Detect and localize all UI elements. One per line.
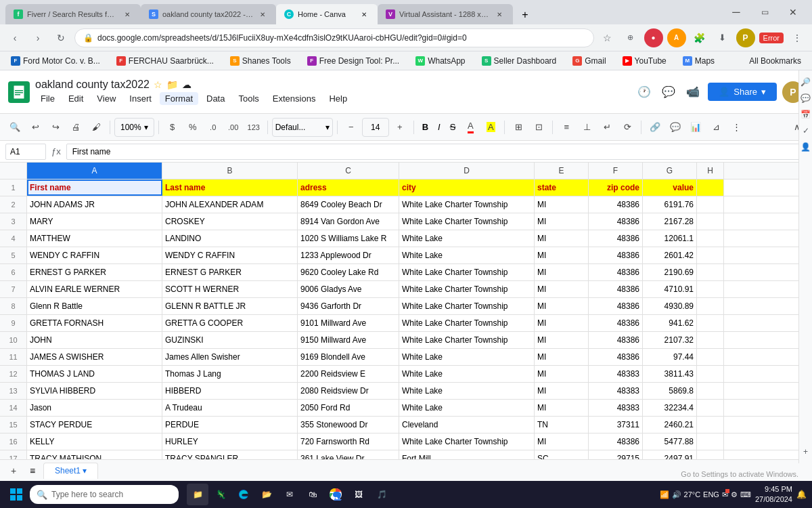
bookmark-shanes[interactable]: S Shanes Tools — [226, 55, 295, 67]
col-header-d[interactable]: D — [399, 163, 535, 179]
cell-h3[interactable] — [697, 213, 724, 230]
sidebar-chat-icon[interactable]: 💬 — [800, 93, 811, 103]
ext-pokeball[interactable]: ● — [644, 28, 663, 47]
sidebar-add-icon[interactable]: + — [803, 447, 808, 463]
cell-a14[interactable]: Jason — [27, 400, 162, 416]
refresh-button[interactable]: ↻ — [51, 28, 70, 47]
cell-b15[interactable]: PERDUE — [162, 417, 298, 433]
cell-c14[interactable]: 2050 Ford Rd — [298, 400, 399, 416]
cell-a3[interactable]: MARY — [27, 213, 162, 230]
cell-g8[interactable]: 4930.89 — [643, 298, 697, 314]
menu-file[interactable]: File — [35, 92, 60, 105]
cell-h1[interactable] — [697, 179, 724, 196]
cell-d9[interactable]: White Lake Charter Township — [399, 315, 535, 331]
cell-g13[interactable]: 5869.8 — [643, 383, 697, 399]
cell-reference-box[interactable]: A1 — [5, 144, 46, 160]
cell-b17[interactable]: TRACY SPANGLER — [162, 450, 298, 459]
start-button[interactable] — [5, 484, 27, 505]
cell-g3[interactable]: 2167.28 — [643, 213, 697, 230]
cell-e6[interactable]: MI — [535, 264, 589, 280]
cell-c2[interactable]: 8649 Cooley Beach Dr — [298, 196, 399, 213]
cell-e3[interactable]: MI — [535, 213, 589, 230]
cell-c3[interactable]: 8914 Van Gordon Ave — [298, 213, 399, 230]
cell-c10[interactable]: 9150 Millward Ave — [298, 332, 399, 348]
star-icon[interactable]: ☆ — [154, 79, 162, 90]
volume-icon[interactable]: 🔊 — [672, 490, 681, 499]
cell-a2[interactable]: JOHN ADAMS JR — [27, 196, 162, 213]
merge-cells-button[interactable]: ⊡ — [529, 118, 548, 137]
tab-close-canva[interactable]: ✕ — [359, 9, 369, 20]
cell-g5[interactable]: 2601.42 — [643, 247, 697, 263]
sheet-menu-button[interactable]: ≡ — [24, 463, 41, 479]
increase-decimal-button[interactable]: .00 — [224, 118, 243, 137]
cell-d8[interactable]: White Lake Charter Township — [399, 298, 535, 314]
settings-tray-icon[interactable]: ⚙ — [731, 490, 738, 499]
bookmark-seller[interactable]: S Seller Dashboard — [478, 55, 561, 67]
address-bar[interactable]: 🔒 docs.google.com/spreadsheets/d/15J6lFu… — [74, 28, 594, 47]
cell-d5[interactable]: White Lake — [399, 247, 535, 263]
cell-h12[interactable] — [697, 366, 724, 382]
cell-d14[interactable]: White Lake — [399, 400, 535, 416]
text-color-button[interactable]: A — [461, 118, 480, 137]
cell-h15[interactable] — [697, 417, 724, 433]
comments-button[interactable]: 💬 — [659, 83, 678, 102]
cell-c1[interactable]: adress — [298, 179, 399, 196]
tab-va[interactable]: V Virtual Assistant - 1288 x 769p ✕ — [378, 4, 513, 24]
close-window-button[interactable]: ✕ — [780, 0, 807, 24]
taskbar-edge[interactable] — [233, 484, 254, 505]
cell-f5[interactable]: 48386 — [589, 247, 643, 263]
more-toolbar-button[interactable]: ⋮ — [727, 118, 746, 137]
cell-g2[interactable]: 6191.76 — [643, 196, 697, 213]
cell-e5[interactable]: MI — [535, 247, 589, 263]
cell-e7[interactable]: MI — [535, 281, 589, 297]
chart-button[interactable]: 📊 — [686, 118, 705, 137]
cell-f17[interactable]: 29715 — [589, 450, 643, 459]
cell-f3[interactable]: 48386 — [589, 213, 643, 230]
taskbar-store[interactable]: 🛍 — [302, 484, 323, 505]
add-sheet-button[interactable]: + — [5, 463, 22, 479]
font-family-selector[interactable]: Defaul... ▾ — [272, 118, 333, 137]
cell-e11[interactable]: MI — [535, 349, 589, 365]
text-wrap-button[interactable]: ↵ — [597, 118, 616, 137]
cell-g1[interactable]: value — [643, 179, 697, 196]
cell-f6[interactable]: 48386 — [589, 264, 643, 280]
col-header-f[interactable]: F — [589, 163, 643, 179]
cell-g6[interactable]: 2190.69 — [643, 264, 697, 280]
comment-button[interactable]: 💬 — [666, 118, 685, 137]
cell-f14[interactable]: 48383 — [589, 400, 643, 416]
menu-format[interactable]: Format — [160, 92, 198, 105]
cell-a13[interactable]: SYLVIA HIBBERD — [27, 383, 162, 399]
cell-b8[interactable]: GLENN R BATTLE JR — [162, 298, 298, 314]
sheet-tab-1[interactable]: Sheet1 ▾ — [43, 463, 98, 479]
cell-f8[interactable]: 48386 — [589, 298, 643, 314]
cell-c7[interactable]: 9006 Gladys Ave — [298, 281, 399, 297]
cell-a8[interactable]: Glenn R Battle — [27, 298, 162, 314]
formula-input[interactable]: First name — [66, 144, 807, 160]
cell-g15[interactable]: 2460.21 — [643, 417, 697, 433]
cell-c6[interactable]: 9620 Cooley Lake Rd — [298, 264, 399, 280]
cell-b12[interactable]: Thomas J Lang — [162, 366, 298, 382]
cell-a17[interactable]: TRACY MATHISON — [27, 450, 162, 459]
cell-h11[interactable] — [697, 349, 724, 365]
cell-d7[interactable]: White Lake Charter Township — [399, 281, 535, 297]
cell-g7[interactable]: 4710.91 — [643, 281, 697, 297]
cell-f9[interactable]: 48386 — [589, 315, 643, 331]
cell-e1[interactable]: state — [535, 179, 589, 196]
zoom-selector[interactable]: 100% ▾ — [114, 118, 154, 137]
cell-b13[interactable]: HIBBERD — [162, 383, 298, 399]
undo-button[interactable]: ↩ — [26, 118, 45, 137]
font-size-display[interactable]: 14 — [362, 118, 389, 137]
tab-close-va[interactable]: ✕ — [494, 9, 505, 20]
cell-g16[interactable]: 5477.88 — [643, 433, 697, 450]
tab-canva[interactable]: C Home - Canva ✕ — [276, 4, 378, 24]
ext-puzzle[interactable]: 🧩 — [690, 28, 709, 47]
tab-close-fiverr[interactable]: ✕ — [122, 9, 133, 20]
cell-c9[interactable]: 9101 Millward Ave — [298, 315, 399, 331]
cell-c15[interactable]: 355 Stonewood Dr — [298, 417, 399, 433]
text-rotation-button[interactable]: ⟳ — [618, 118, 637, 137]
cell-h10[interactable] — [697, 332, 724, 348]
valign-button[interactable]: ⊥ — [577, 118, 596, 137]
bookmark-maps[interactable]: M Maps — [679, 55, 719, 67]
filter-button[interactable]: ⊿ — [706, 118, 725, 137]
cell-e12[interactable]: MI — [535, 366, 589, 382]
